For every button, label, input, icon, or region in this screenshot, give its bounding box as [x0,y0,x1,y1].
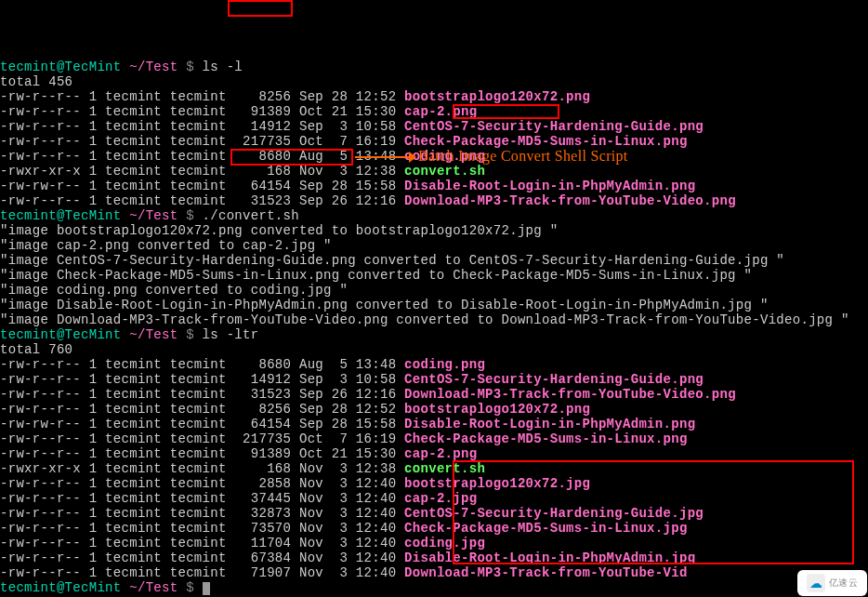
prompt-separator: $ [178,208,202,223]
prompt-path-prefix: ~ [122,208,138,223]
watermark-text: 亿速云 [829,576,858,590]
file-name: Download-MP3-Track-from-YouTube-Video.pn… [404,387,736,402]
prompt-user: tecmint@TecMint [0,580,122,595]
file-name: convert.sh [404,461,485,476]
prompt-user: tecmint@TecMint [0,327,122,342]
listing2-row: -rw-r--r-- 1 tecmint tecmint 91389 Oct 2… [0,446,868,461]
prompt-dir: /Test [138,580,178,595]
prompt-dir: /Test [138,208,178,223]
file-name: coding.png [404,149,485,164]
listing1-row: -rw-r--r-- 1 tecmint tecmint 8680 Aug 5 … [0,149,868,164]
file-perms: -rw-r--r-- 1 tecmint tecmint 32873 Nov 3… [0,506,404,521]
prompt-separator: $ [178,60,202,74]
file-name: cap-2.jpg [404,491,477,506]
file-name: Download-MP3-Track-from-YouTube-Vid [404,565,688,580]
listing2-row: -rw-r--r-- 1 tecmint tecmint 73570 Nov 3… [0,521,868,536]
file-name: coding.jpg [404,536,485,551]
script-output-line: "image Download-MP3-Track-from-YouTube-V… [0,312,868,327]
file-name: convert.sh [404,164,485,179]
watermark-badge: ☁ 亿速云 [797,570,867,596]
prompt-path-prefix: ~ [122,580,138,595]
file-name: coding.png [404,357,485,372]
total-line: total 456 [0,74,868,89]
file-perms: -rw-r--r-- 1 tecmint tecmint 67384 Nov 3… [0,551,404,565]
file-perms: -rw-r--r-- 1 tecmint tecmint 8256 Sep 28… [0,89,404,104]
prompt-dir: /Test [138,327,178,342]
script-output-line: "image bootstraplogo120x72.png converted… [0,223,868,238]
listing2-row: -rw-r--r-- 1 tecmint tecmint 71907 Nov 3… [0,565,868,580]
file-perms: -rw-r--r-- 1 tecmint tecmint 8680 Aug 5 … [0,357,404,372]
prompt-line: tecmint@TecMint ~/Test $ ls -ltr [0,327,868,342]
file-perms: -rw-r--r-- 1 tecmint tecmint 11704 Nov 3… [0,536,404,551]
cursor [203,582,210,595]
prompt-path-prefix: ~ [122,327,138,342]
prompt-line: tecmint@TecMint ~/Test $ [0,580,868,595]
prompt-separator: $ [178,327,202,342]
file-perms: -rw-r--r-- 1 tecmint tecmint 71907 Nov 3… [0,565,404,580]
file-perms: -rw-r--r-- 1 tecmint tecmint 8680 Aug 5 … [0,149,404,164]
prompt-line: tecmint@TecMint ~/Test $ ./convert.sh [0,208,868,223]
prompt-separator: $ [178,580,202,595]
prompt-dir: /Test [138,60,178,74]
file-perms: -rw-rw-r-- 1 tecmint tecmint 64154 Sep 2… [0,417,404,431]
file-name: bootstraplogo120x72.jpg [404,476,590,491]
file-name: Disable-Root-Login-in-PhpMyAdmin.png [404,417,695,431]
listing2-row: -rw-r--r-- 1 tecmint tecmint 31523 Sep 2… [0,387,868,402]
file-perms: -rw-r--r-- 1 tecmint tecmint 14912 Sep 3… [0,372,404,387]
listing1-row: -rwxr-xr-x 1 tecmint tecmint 168 Nov 3 1… [0,164,868,179]
prompt-line: tecmint@TecMint ~/Test $ ls -l [0,60,868,74]
file-name: Check-Package-MD5-Sums-in-Linux.jpg [404,521,688,536]
command-text[interactable]: ls -ltr [203,327,259,342]
listing2-row: -rw-r--r-- 1 tecmint tecmint 37445 Nov 3… [0,491,868,506]
listing2-row: -rwxr-xr-x 1 tecmint tecmint 168 Nov 3 1… [0,461,868,476]
listing2-row: -rw-r--r-- 1 tecmint tecmint 14912 Sep 3… [0,372,868,387]
listing1-row: -rw-r--r-- 1 tecmint tecmint 31523 Sep 2… [0,193,868,208]
listing2-row: -rw-r--r-- 1 tecmint tecmint 8256 Sep 28… [0,402,868,417]
file-name: bootstraplogo120x72.png [404,402,590,417]
total-line: total 760 [0,342,868,357]
command-text[interactable]: ls -l [203,60,243,74]
listing1-row: -rw-r--r-- 1 tecmint tecmint 91389 Oct 2… [0,104,868,119]
script-output-line: "image CentOS-7-Security-Hardening-Guide… [0,253,868,268]
listing2-row: -rw-r--r-- 1 tecmint tecmint 11704 Nov 3… [0,536,868,551]
file-name: Download-MP3-Track-from-YouTube-Video.pn… [404,193,736,208]
listing1-row: -rw-rw-r-- 1 tecmint tecmint 64154 Sep 2… [0,179,868,193]
file-perms: -rwxr-xr-x 1 tecmint tecmint 168 Nov 3 1… [0,164,404,179]
listing2-row: -rw-r--r-- 1 tecmint tecmint 8680 Aug 5 … [0,357,868,372]
listing2-row: -rw-rw-r-- 1 tecmint tecmint 64154 Sep 2… [0,417,868,431]
file-perms: -rw-r--r-- 1 tecmint tecmint 37445 Nov 3… [0,491,404,506]
file-perms: -rw-r--r-- 1 tecmint tecmint 2858 Nov 3 … [0,476,404,491]
file-perms: -rw-r--r-- 1 tecmint tecmint 31523 Sep 2… [0,387,404,402]
listing2-row: -rw-r--r-- 1 tecmint tecmint 2858 Nov 3 … [0,476,868,491]
file-name: Disable-Root-Login-in-PhpMyAdmin.jpg [404,551,695,565]
file-name: CentOS-7-Security-Hardening-Guide.png [404,372,704,387]
file-perms: -rw-r--r-- 1 tecmint tecmint 8256 Sep 28… [0,402,404,417]
file-name: CentOS-7-Security-Hardening-Guide.jpg [404,506,704,521]
file-name: bootstraplogo120x72.png [404,89,590,104]
file-name: cap-2.png [404,104,477,119]
listing1-row: -rw-r--r-- 1 tecmint tecmint 14912 Sep 3… [0,119,868,134]
file-perms: -rw-r--r-- 1 tecmint tecmint 91389 Oct 2… [0,104,404,119]
script-output-line: "image Check-Package-MD5-Sums-in-Linux.p… [0,268,868,283]
terminal-output: tecmint@TecMint ~/Test $ ls -ltotal 456-… [0,60,868,595]
script-output-line: "image coding.png converted to coding.jp… [0,283,868,298]
cloud-icon: ☁ [807,574,825,592]
prompt-user: tecmint@TecMint [0,208,122,223]
file-name: CentOS-7-Security-Hardening-Guide.png [404,119,704,134]
file-perms: -rw-r--r-- 1 tecmint tecmint 217735 Oct … [0,431,404,446]
prompt-user: tecmint@TecMint [0,60,122,74]
listing1-row: -rw-r--r-- 1 tecmint tecmint 217735 Oct … [0,134,868,149]
listing2-row: -rw-r--r-- 1 tecmint tecmint 32873 Nov 3… [0,506,868,521]
file-name: Disable-Root-Login-in-PhpMyAdmin.png [404,179,695,193]
listing2-row: -rw-r--r-- 1 tecmint tecmint 67384 Nov 3… [0,551,868,565]
script-output-line: "image cap-2.png converted to cap-2.jpg … [0,238,868,253]
file-name: Check-Package-MD5-Sums-in-Linux.png [404,134,688,149]
file-perms: -rw-rw-r-- 1 tecmint tecmint 64154 Sep 2… [0,179,404,193]
script-output-line: "image Disable-Root-Login-in-PhpMyAdmin.… [0,298,868,312]
prompt-path-prefix: ~ [122,60,138,74]
command-text[interactable]: ./convert.sh [203,208,299,223]
listing1-row: -rw-r--r-- 1 tecmint tecmint 8256 Sep 28… [0,89,868,104]
listing2-row: -rw-r--r-- 1 tecmint tecmint 217735 Oct … [0,431,868,446]
file-perms: -rw-r--r-- 1 tecmint tecmint 73570 Nov 3… [0,521,404,536]
file-perms: -rw-r--r-- 1 tecmint tecmint 91389 Oct 2… [0,446,404,461]
